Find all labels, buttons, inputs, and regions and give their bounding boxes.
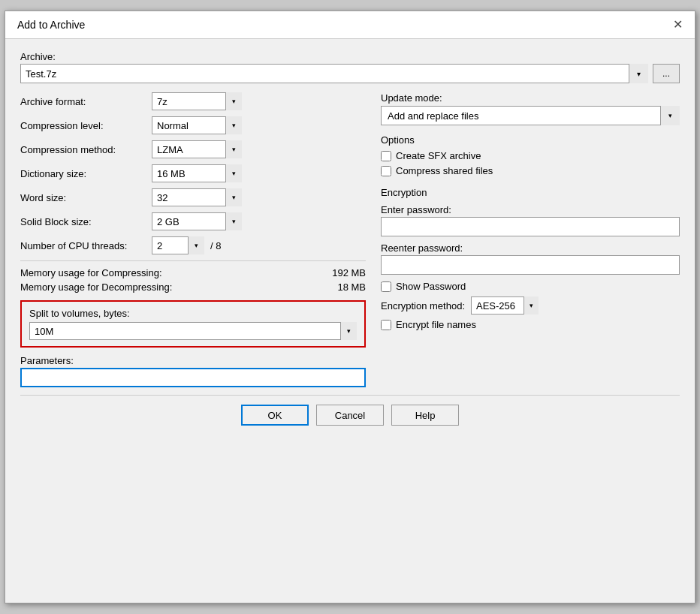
right-column: Update mode: Add and replace files Updat…: [381, 92, 680, 387]
encryption-title: Encryption: [381, 187, 680, 198]
memory-compressing-label: Memory usage for Compressing:: [20, 267, 306, 278]
cpu-threads-label: Number of CPU threads:: [20, 240, 152, 251]
word-size-select-wrapper: 32 16 64 ▾: [152, 188, 242, 206]
split-label: Split to volumes, bytes:: [29, 308, 357, 319]
compression-method-row: Compression method: LZMA LZMA2 PPMd ▾: [20, 140, 366, 158]
cpu-threads-controls: 2 1 4 8 ▾ / 8: [152, 236, 221, 254]
enter-password-label: Enter password:: [381, 204, 680, 215]
compression-level-select-wrapper: Normal Store Fast ▾: [152, 116, 242, 134]
enter-password-input[interactable]: [381, 217, 680, 236]
create-sfx-label[interactable]: Create SFX archive: [396, 150, 481, 161]
reenter-password-label: Reenter password:: [381, 242, 680, 254]
dictionary-size-row: Dictionary size: 16 MB 64 KB 1 MB ▾: [20, 164, 366, 182]
memory-compressing-value: 192 MB: [306, 267, 366, 278]
create-sfx-row: Create SFX archive: [381, 150, 680, 161]
memory-decompressing-value: 18 MB: [306, 281, 366, 293]
format-select[interactable]: 7z zip tar: [152, 92, 242, 110]
compression-method-select-wrapper: LZMA LZMA2 PPMd ▾: [152, 140, 242, 158]
dialog-title: Add to Archive: [17, 19, 85, 31]
cpu-threads-select[interactable]: 2 1 4 8: [152, 236, 204, 254]
button-row: OK Cancel Help: [20, 395, 680, 432]
archive-dropdown-arrow[interactable]: ▾: [629, 64, 648, 83]
format-row: Archive format: 7z zip tar ▾: [20, 92, 366, 110]
cpu-threads-row: Number of CPU threads: 2 1 4 8 ▾ / 8: [20, 236, 366, 254]
dictionary-size-label: Dictionary size:: [20, 168, 152, 179]
cpu-threads-select-wrapper: 2 1 4 8 ▾: [152, 236, 204, 254]
encryption-method-label: Encryption method:: [381, 300, 465, 312]
encrypt-names-row: Encrypt file names: [381, 319, 680, 330]
compression-level-select[interactable]: Normal Store Fast: [152, 116, 242, 134]
cancel-button[interactable]: Cancel: [316, 405, 384, 426]
split-input[interactable]: [29, 322, 357, 340]
options-group: Options Create SFX archive Compress shar…: [381, 134, 680, 176]
split-arrow-icon[interactable]: ▾: [340, 322, 357, 340]
format-select-wrapper: 7z zip tar ▾: [152, 92, 242, 110]
parameters-input[interactable]: [20, 368, 366, 387]
solid-block-size-row: Solid Block size: 2 GB 1 GB Non-solid ▾: [20, 212, 366, 230]
show-password-row: Show Password: [381, 281, 680, 292]
options-title: Options: [381, 134, 680, 146]
encryption-group: Encryption Enter password: Reenter passw…: [381, 187, 680, 330]
word-size-row: Word size: 32 16 64 ▾: [20, 188, 366, 206]
show-password-label[interactable]: Show Password: [396, 281, 466, 292]
solid-block-size-label: Solid Block size:: [20, 216, 152, 227]
compress-shared-row: Compress shared files: [381, 165, 680, 176]
ok-button[interactable]: OK: [241, 405, 309, 426]
memory-decompressing-row: Memory usage for Decompressing: 18 MB: [20, 281, 366, 293]
dictionary-size-select-wrapper: 16 MB 64 KB 1 MB ▾: [152, 164, 242, 182]
word-size-select[interactable]: 32 16 64: [152, 188, 242, 206]
archive-section: Archive: ▾ ...: [20, 51, 680, 83]
encrypt-names-checkbox[interactable]: [381, 320, 391, 330]
parameters-section: Parameters:: [20, 355, 366, 387]
archive-name-input[interactable]: [20, 64, 648, 83]
format-label: Archive format:: [20, 96, 152, 107]
reenter-password-input[interactable]: [381, 255, 680, 275]
encryption-method-row: Encryption method: AES-256 ZipCrypto ▾: [381, 296, 680, 315]
dictionary-size-select[interactable]: 16 MB 64 KB 1 MB: [152, 164, 242, 182]
word-size-label: Word size:: [20, 192, 152, 203]
compression-level-row: Compression level: Normal Store Fast ▾: [20, 116, 366, 134]
update-mode-label: Update mode:: [381, 92, 680, 104]
split-input-wrapper: ▾: [29, 322, 357, 340]
archive-label: Archive:: [20, 51, 680, 62]
compression-level-label: Compression level:: [20, 120, 152, 131]
update-mode-select-wrapper: Add and replace files Update and add fil…: [381, 106, 680, 125]
memory-compressing-row: Memory usage for Compressing: 192 MB: [20, 267, 366, 278]
left-column: Archive format: 7z zip tar ▾ Compression…: [20, 92, 366, 387]
divider-1: [20, 260, 366, 261]
encryption-method-select[interactable]: AES-256 ZipCrypto: [471, 296, 539, 315]
compression-method-label: Compression method:: [20, 144, 152, 155]
parameters-label: Parameters:: [20, 355, 366, 366]
solid-block-size-select[interactable]: 2 GB 1 GB Non-solid: [152, 212, 242, 230]
close-button[interactable]: ✕: [670, 17, 686, 32]
compress-shared-label[interactable]: Compress shared files: [396, 165, 493, 176]
compression-method-select[interactable]: LZMA LZMA2 PPMd: [152, 140, 242, 158]
browse-button[interactable]: ...: [653, 64, 680, 83]
cpu-threads-max: / 8: [210, 240, 221, 251]
encryption-method-select-wrapper: AES-256 ZipCrypto ▾: [471, 296, 539, 315]
title-bar: Add to Archive ✕: [5, 11, 695, 39]
split-section: Split to volumes, bytes: ▾: [20, 300, 366, 348]
solid-block-size-select-wrapper: 2 GB 1 GB Non-solid ▾: [152, 212, 242, 230]
add-to-archive-dialog: Add to Archive ✕ Archive: ▾ ... Archive …: [5, 11, 695, 603]
update-mode-select[interactable]: Add and replace files Update and add fil…: [381, 106, 680, 125]
memory-decompressing-label: Memory usage for Decompressing:: [20, 281, 306, 293]
encrypt-names-label[interactable]: Encrypt file names: [396, 319, 476, 330]
help-button[interactable]: Help: [391, 405, 459, 426]
create-sfx-checkbox[interactable]: [381, 151, 391, 161]
show-password-checkbox[interactable]: [381, 281, 391, 292]
compress-shared-checkbox[interactable]: [381, 166, 391, 176]
